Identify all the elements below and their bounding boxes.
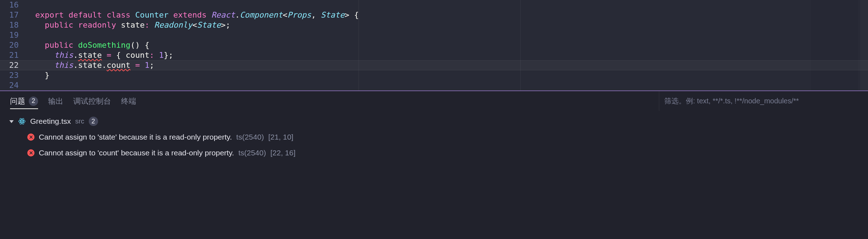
token-punc: : <box>145 20 149 29</box>
token-punc: : <box>149 51 154 60</box>
error-icon <box>27 133 34 141</box>
token-punc: > <box>345 10 349 19</box>
code-line[interactable] <box>29 80 868 90</box>
tab-label: 终端 <box>121 96 136 106</box>
token-keyword: public <box>45 20 73 29</box>
line-number: 18 <box>0 20 19 30</box>
token-punc: < <box>283 10 287 19</box>
line-number-gutter: 16 17 18 19 20 21 22 23 24 <box>0 0 29 90</box>
token-punc: < <box>192 20 197 29</box>
tab-label: 输出 <box>48 96 63 106</box>
token-function: doSomething <box>78 41 130 50</box>
line-number: 24 <box>0 80 19 90</box>
token-punc: . <box>73 61 78 70</box>
token-punc: { <box>354 10 359 19</box>
token-keyword: class <box>107 10 130 19</box>
token-number: 1 <box>145 61 149 70</box>
problems-file-folder: src <box>75 117 84 125</box>
token-punc: . <box>73 51 78 60</box>
token-this: this <box>54 51 73 60</box>
filter-input-wrap[interactable] <box>659 91 860 111</box>
problems-file-name: Greeting.tsx <box>30 117 71 126</box>
token-number: 1 <box>159 51 163 60</box>
code-editor[interactable]: 16 17 18 19 20 21 22 23 24 export defaul… <box>0 0 868 90</box>
token-punc: { <box>145 41 149 50</box>
line-number: 22 <box>0 60 19 70</box>
code-line[interactable]: export default class Counter extends Rea… <box>29 10 868 20</box>
tab-label: 问题 <box>10 96 25 106</box>
code-line[interactable]: public doSomething() { <box>29 40 868 50</box>
code-line[interactable]: public readonly state: Readonly<State>; <box>29 20 868 30</box>
token-operator: = <box>107 51 111 60</box>
token-punc: , <box>311 10 316 19</box>
token-punc: . <box>102 61 106 70</box>
token-error[interactable]: count <box>107 61 130 70</box>
line-number: 17 <box>0 10 19 20</box>
file-problem-count-badge: 2 <box>89 117 98 126</box>
token-punc: } <box>45 71 50 80</box>
problems-file-row[interactable]: Greeting.tsx src 2 <box>3 113 865 129</box>
problems-filter-input[interactable] <box>664 97 860 105</box>
chevron-down-icon <box>9 120 14 123</box>
token-this: this <box>54 61 73 70</box>
token-prop: count <box>126 51 149 60</box>
code-line[interactable] <box>29 30 868 40</box>
code-content[interactable]: export default class Counter extends Rea… <box>29 0 868 90</box>
token-type: State <box>321 10 345 19</box>
problem-location: [22, 16] <box>270 149 295 157</box>
problem-location: [21, 10] <box>268 133 294 141</box>
token-punc: ; <box>226 20 230 29</box>
code-line[interactable] <box>29 0 868 10</box>
token-keyword: export <box>35 10 64 19</box>
tab-terminal[interactable]: 终端 <box>121 91 136 111</box>
line-number: 21 <box>0 50 19 60</box>
token-type: Readonly <box>154 20 192 29</box>
svg-point-0 <box>21 121 23 122</box>
code-line[interactable]: this.state.count = 1; <box>29 60 868 70</box>
token-type: Props <box>287 10 311 19</box>
tab-output[interactable]: 输出 <box>48 91 63 111</box>
token-error[interactable]: state <box>78 51 102 60</box>
token-prop: state <box>121 20 144 29</box>
problem-item[interactable]: Cannot assign to 'state' because it is a… <box>3 129 865 145</box>
token-punc: ; <box>149 61 154 70</box>
problem-code: ts(2540) <box>238 149 266 157</box>
problems-panel: 问题 2 输出 调试控制台 终端 Gree <box>0 91 868 239</box>
token-class: Counter <box>135 10 168 19</box>
token-keyword: default <box>69 10 102 19</box>
token-punc: }; <box>164 51 174 60</box>
minimap[interactable] <box>811 0 858 90</box>
token-punc: > <box>221 20 226 29</box>
tab-label: 调试控制台 <box>73 96 111 106</box>
code-line[interactable]: this.state = { count: 1}; <box>29 50 868 60</box>
token-keyword: public <box>45 41 73 50</box>
token-punc: . <box>235 10 240 19</box>
line-number: 19 <box>0 30 19 40</box>
line-number: 16 <box>0 0 19 10</box>
code-line[interactable]: } <box>29 70 868 80</box>
token-operator: = <box>135 61 140 70</box>
problem-message: Cannot assign to 'state' because it is a… <box>39 133 232 141</box>
panel-tabs: 问题 2 输出 调试控制台 终端 <box>0 91 868 111</box>
problems-list: Greeting.tsx src 2 Cannot assign to 'sta… <box>0 111 868 161</box>
vertical-scrollbar[interactable] <box>860 0 868 90</box>
problems-count-badge: 2 <box>29 97 38 106</box>
problem-item[interactable]: Cannot assign to 'count' because it is a… <box>3 145 865 161</box>
token-type: Component <box>240 10 283 19</box>
token-punc: () <box>130 41 140 50</box>
token-punc: { <box>116 51 121 60</box>
line-number: 23 <box>0 70 19 80</box>
token-keyword: readonly <box>78 20 116 29</box>
problem-code: ts(2540) <box>236 133 264 141</box>
token-type: State <box>197 20 221 29</box>
tab-debug-console[interactable]: 调试控制台 <box>73 91 111 111</box>
tab-problems[interactable]: 问题 2 <box>10 91 38 111</box>
error-icon <box>27 149 34 156</box>
token-namespace: React <box>211 10 235 19</box>
line-number: 20 <box>0 40 19 50</box>
react-file-icon <box>18 117 26 125</box>
token-prop: state <box>78 61 102 70</box>
token-keyword: extends <box>173 10 207 19</box>
problem-message: Cannot assign to 'count' because it is a… <box>39 149 234 157</box>
